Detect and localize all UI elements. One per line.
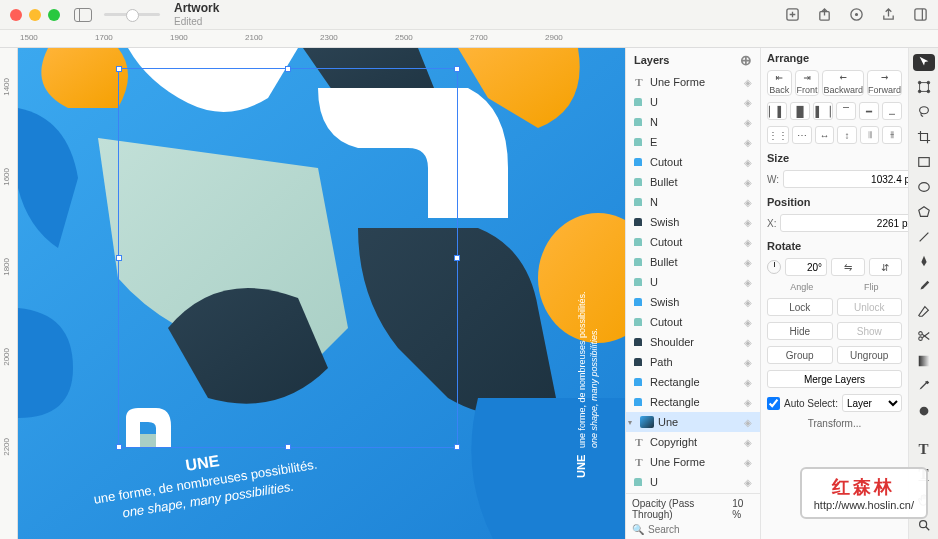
layer-row[interactable]: TUne Forme◈ [626, 72, 760, 92]
opacity-label[interactable]: Opacity (Pass Through) [632, 498, 732, 520]
visibility-icon[interactable]: ◈ [744, 417, 756, 428]
align-left[interactable]: ▏▌ [767, 102, 787, 120]
layer-row[interactable]: Shoulder◈ [626, 332, 760, 352]
layer-row[interactable]: N◈ [626, 112, 760, 132]
rotate-dial[interactable] [767, 260, 781, 274]
zoom-window[interactable] [48, 9, 60, 21]
fill-tool-icon[interactable] [913, 402, 935, 419]
layer-row[interactable]: U◈ [626, 472, 760, 492]
lasso-tool-icon[interactable] [913, 104, 935, 121]
crop-tool-icon[interactable] [913, 129, 935, 146]
layer-row[interactable]: TUne Forme◈ [626, 452, 760, 472]
visibility-icon[interactable]: ◈ [744, 317, 756, 328]
layer-row[interactable]: Cutout◈ [626, 232, 760, 252]
distribute-3[interactable]: ⫴ [860, 126, 880, 144]
show-button[interactable]: Show [837, 322, 903, 340]
arrange-front[interactable]: ⇥Front [795, 70, 820, 96]
unlock-button[interactable]: Unlock [837, 298, 903, 316]
eyedropper-tool-icon[interactable] [913, 377, 935, 394]
visibility-icon[interactable]: ◈ [744, 217, 756, 228]
gradient-tool-icon[interactable] [913, 353, 935, 370]
x-input[interactable] [780, 214, 908, 232]
auto-select-dropdown[interactable]: Layer [842, 394, 902, 412]
distribute-v[interactable]: ⋯ [792, 126, 812, 144]
vertical-text-tool-icon[interactable]: T [913, 466, 935, 483]
polygon-tool-icon[interactable] [913, 203, 935, 220]
visibility-icon[interactable]: ◈ [744, 377, 756, 388]
merge-layers-button[interactable]: Merge Layers [767, 370, 902, 388]
distribute-h[interactable]: ⋮⋮ [767, 126, 789, 144]
layer-row[interactable]: Rectangle◈ [626, 392, 760, 412]
visibility-icon[interactable]: ◈ [744, 357, 756, 368]
layers-list[interactable]: TUne Forme◈U◈N◈E◈Cutout◈Bullet◈N◈Swish◈C… [626, 72, 760, 493]
align-middle[interactable]: ━ [859, 102, 879, 120]
rect-tool-icon[interactable] [913, 154, 935, 171]
hand-tool-icon[interactable] [913, 491, 935, 508]
align-right[interactable]: ▌▕ [813, 102, 833, 120]
close-window[interactable] [10, 9, 22, 21]
eraser-tool-icon[interactable] [913, 303, 935, 320]
lock-button[interactable]: Lock [767, 298, 833, 316]
layer-row[interactable]: Swish◈ [626, 212, 760, 232]
scissors-tool-icon[interactable] [913, 328, 935, 345]
transform-tool-icon[interactable] [913, 79, 935, 96]
line-tool-icon[interactable] [913, 228, 935, 245]
spacing-h[interactable]: ↔ [815, 126, 835, 144]
layer-row[interactable]: Bullet◈ [626, 172, 760, 192]
visibility-icon[interactable]: ◈ [744, 237, 756, 248]
move-tool-icon[interactable] [913, 54, 935, 71]
visibility-icon[interactable]: ◈ [744, 297, 756, 308]
ungroup-button[interactable]: Ungroup [837, 346, 903, 364]
hide-button[interactable]: Hide [767, 322, 833, 340]
visibility-icon[interactable]: ◈ [744, 397, 756, 408]
width-input[interactable] [783, 170, 908, 188]
visibility-icon[interactable]: ◈ [744, 177, 756, 188]
layer-row[interactable]: U◈ [626, 272, 760, 292]
layer-search-input[interactable] [648, 524, 775, 535]
visibility-icon[interactable]: ◈ [744, 337, 756, 348]
text-tool-icon[interactable]: T [913, 441, 935, 458]
visibility-icon[interactable]: ◈ [744, 117, 756, 128]
arrange-forward[interactable]: →Forward [867, 70, 902, 96]
layer-row[interactable]: Cutout◈ [626, 312, 760, 332]
visibility-icon[interactable]: ◈ [744, 157, 756, 168]
layer-row[interactable]: Rectangle◈ [626, 372, 760, 392]
spacing-v[interactable]: ↕ [837, 126, 857, 144]
visibility-icon[interactable]: ◈ [744, 77, 756, 88]
add-icon[interactable] [784, 7, 800, 23]
visibility-icon[interactable]: ◈ [744, 437, 756, 448]
inspector-toggle-icon[interactable] [912, 7, 928, 23]
layer-row[interactable]: ▾Une◈ [626, 412, 760, 432]
help-icon[interactable] [848, 7, 864, 23]
transform-link[interactable]: Transform... [767, 418, 902, 429]
sidebar-toggle-icon[interactable] [74, 8, 92, 22]
layer-row[interactable]: N◈ [626, 192, 760, 212]
visibility-icon[interactable]: ◈ [744, 97, 756, 108]
layer-row[interactable]: Cutout◈ [626, 152, 760, 172]
flip-h-icon[interactable]: ⇋ [831, 258, 865, 276]
arrange-back[interactable]: ⇤Back [767, 70, 792, 96]
share-icon[interactable] [880, 7, 896, 23]
pen-tool-icon[interactable] [913, 253, 935, 270]
visibility-icon[interactable]: ◈ [744, 457, 756, 468]
layers-add-icon[interactable]: ⊕ [740, 52, 752, 68]
zoom-tool-icon[interactable] [913, 516, 935, 533]
minimize-window[interactable] [29, 9, 41, 21]
layer-row[interactable]: E◈ [626, 132, 760, 152]
visibility-icon[interactable]: ◈ [744, 137, 756, 148]
zoom-slider[interactable] [104, 13, 160, 16]
visibility-icon[interactable]: ◈ [744, 277, 756, 288]
brush-tool-icon[interactable] [913, 278, 935, 295]
export-icon[interactable] [816, 7, 832, 23]
align-center-h[interactable]: ▐▌ [790, 102, 810, 120]
layer-row[interactable]: TCopyright◈ [626, 432, 760, 452]
canvas[interactable]: UNE une forme, de nombreuses possibilité… [18, 48, 625, 539]
visibility-icon[interactable]: ◈ [744, 197, 756, 208]
layer-row[interactable]: Bullet◈ [626, 252, 760, 272]
auto-select-checkbox[interactable] [767, 397, 780, 410]
align-bottom[interactable]: ⎽ [882, 102, 902, 120]
angle-input[interactable] [785, 258, 827, 276]
layer-row[interactable]: Swish◈ [626, 292, 760, 312]
arrange-backward[interactable]: ←Backward [822, 70, 864, 96]
visibility-icon[interactable]: ◈ [744, 257, 756, 268]
